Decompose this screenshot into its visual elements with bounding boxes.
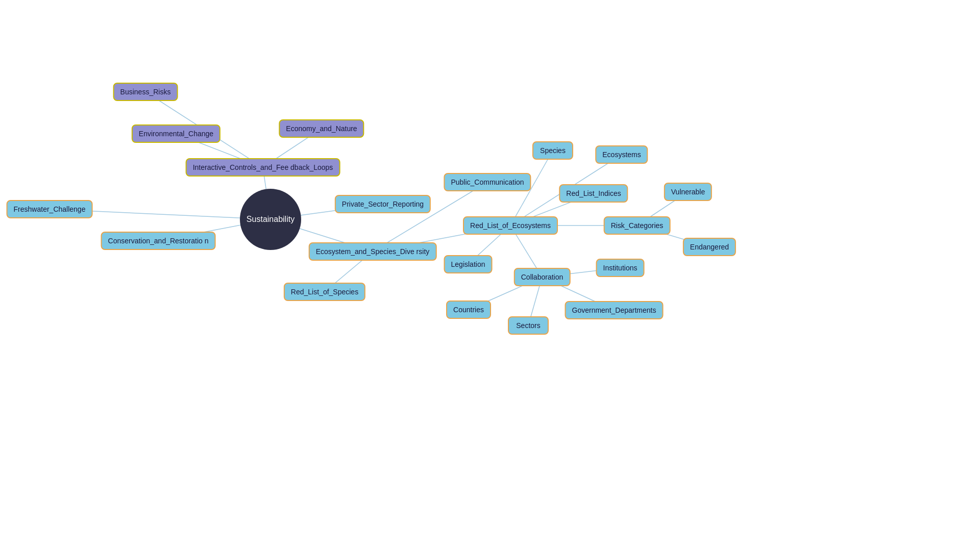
node-institutions[interactable]: Institutions — [596, 259, 645, 277]
node-risk_categories[interactable]: Risk_Categories — [604, 216, 671, 235]
node-interactive_controls[interactable]: Interactive_Controls_and_Fee dback_Loops — [186, 158, 340, 177]
node-red_list_indices[interactable]: Red_List_Indices — [559, 184, 628, 203]
node-gov_depts[interactable]: Government_Departments — [565, 301, 664, 319]
node-vulnerable[interactable]: Vulnerable — [664, 183, 712, 201]
node-ecosystems[interactable]: Ecosystems — [595, 145, 648, 164]
node-red_list_eco[interactable]: Red_List_of_Ecosystems — [463, 216, 558, 235]
node-env_change[interactable]: Environmental_Change — [132, 124, 220, 143]
node-economy_nature[interactable]: Economy_and_Nature — [279, 119, 364, 138]
node-species[interactable]: Species — [532, 141, 573, 160]
node-endangered[interactable]: Endangered — [683, 238, 736, 256]
node-ecosystem_diversity[interactable]: Ecosystem_and_Species_Dive rsity — [309, 242, 437, 261]
node-freshwater[interactable]: Freshwater_Challenge — [7, 200, 93, 218]
node-collaboration[interactable]: Collaboration — [514, 268, 571, 286]
center-node[interactable]: Sustainability — [240, 189, 301, 250]
node-legislation[interactable]: Legislation — [444, 255, 493, 273]
node-sectors[interactable]: Sectors — [508, 316, 549, 335]
node-countries[interactable]: Countries — [446, 300, 491, 319]
node-conservation[interactable]: Conservation_and_Restoratio n — [101, 232, 216, 250]
mindmap-canvas: SustainabilityBusiness_RisksEnvironmenta… — [0, 0, 980, 551]
node-business_risks[interactable]: Business_Risks — [113, 83, 178, 101]
node-public_comm[interactable]: Public_Communication — [444, 173, 531, 191]
node-private_sector[interactable]: Private_Sector_Reporting — [335, 195, 431, 213]
node-red_list_species[interactable]: Red_List_of_Species — [284, 283, 365, 301]
